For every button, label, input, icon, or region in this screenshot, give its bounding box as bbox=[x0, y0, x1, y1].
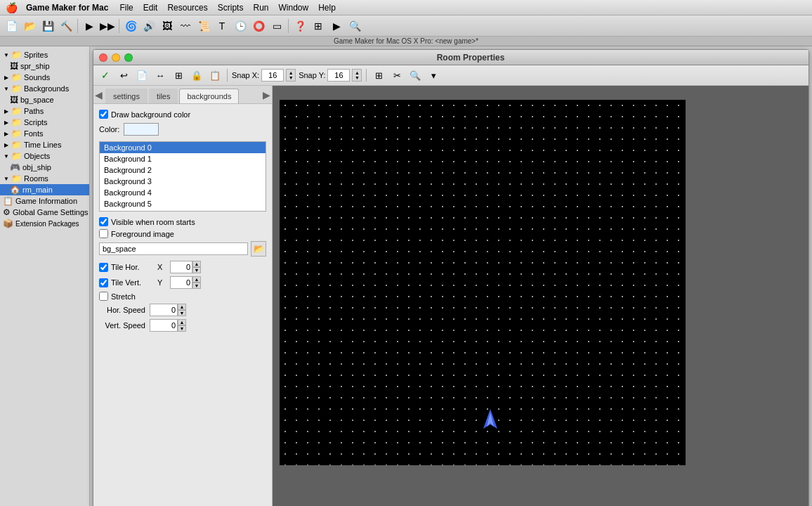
sidebar-item-rm-main[interactable]: 🏠 rm_main bbox=[0, 184, 89, 195]
spin-down[interactable]: ▼ bbox=[192, 267, 201, 273]
tab-nav-left[interactable]: ◀ bbox=[93, 86, 104, 103]
tile-vert-checkbox-label[interactable]: Tile Vert. bbox=[99, 278, 153, 287]
hor-speed-input[interactable] bbox=[150, 304, 178, 316]
spin-up[interactable]: ▲ bbox=[192, 261, 201, 267]
window-close-button[interactable] bbox=[99, 53, 107, 62]
snap-x-input[interactable] bbox=[261, 69, 284, 82]
room-grid-button[interactable]: ⊞ bbox=[171, 67, 186, 83]
draw-bg-checkbox-label[interactable]: Draw background color bbox=[99, 110, 190, 119]
draw-bg-checkbox[interactable] bbox=[99, 110, 108, 119]
tool-play[interactable]: ▶ bbox=[328, 18, 345, 34]
tool-path[interactable]: 〰 bbox=[177, 18, 194, 34]
tool-help[interactable]: ❓ bbox=[292, 18, 308, 34]
tile-hor-checkbox-label[interactable]: Tile Hor. bbox=[99, 263, 153, 272]
tool-run[interactable]: ▶ bbox=[81, 18, 98, 34]
bg-name-input[interactable] bbox=[99, 242, 248, 255]
tile-hor-checkbox[interactable] bbox=[99, 263, 108, 272]
sidebar-item-fonts[interactable]: ▶ 📁 Fonts bbox=[0, 128, 89, 139]
room-undo-button[interactable]: ↩ bbox=[116, 67, 131, 83]
menu-resources[interactable]: Resources bbox=[167, 3, 207, 13]
spin-down[interactable]: ▼ bbox=[178, 325, 186, 332]
sidebar-item-extensions[interactable]: 📦 Extension Packages bbox=[0, 218, 89, 229]
tab-tiles[interactable]: tiles bbox=[149, 89, 178, 103]
view-zoom-button[interactable]: 🔍 bbox=[407, 67, 423, 83]
sidebar-item-global-settings[interactable]: ⚙ Global Game Settings bbox=[0, 207, 89, 218]
bg-browse-button[interactable]: 📂 bbox=[251, 241, 266, 257]
sidebar-item-timelines[interactable]: ▶ 📁 Time Lines bbox=[0, 139, 89, 150]
tool-new[interactable]: 📄 bbox=[3, 18, 20, 34]
tool-build[interactable]: 🔨 bbox=[58, 18, 74, 34]
tool-object[interactable]: ⭕ bbox=[250, 18, 267, 34]
tool-grid[interactable]: ⊞ bbox=[310, 18, 327, 34]
tool-background[interactable]: 🖼 bbox=[159, 18, 176, 34]
app-name[interactable]: Game Maker for Mac bbox=[26, 3, 108, 13]
stretch-checkbox[interactable] bbox=[99, 292, 108, 301]
spin-down[interactable]: ▼ bbox=[178, 310, 186, 316]
sidebar-item-objects[interactable]: ▼ 📁 Objects bbox=[0, 150, 89, 162]
background-list[interactable]: Background 0 Background 1 Background 2 B… bbox=[99, 141, 266, 212]
bg-list-item-1[interactable]: Background 1 bbox=[100, 153, 266, 164]
spin-up[interactable]: ▲ bbox=[178, 304, 186, 310]
menu-file[interactable]: File bbox=[119, 3, 133, 13]
snap-y-input[interactable] bbox=[327, 69, 350, 82]
tile-vert-checkbox[interactable] bbox=[99, 278, 108, 287]
view-grid-button[interactable]: ⊞ bbox=[371, 67, 386, 83]
vert-speed-spinner[interactable]: ▲ ▼ bbox=[178, 319, 186, 332]
bg-list-item-3[interactable]: Background 3 bbox=[100, 176, 266, 187]
tab-settings[interactable]: settings bbox=[105, 89, 148, 103]
sidebar-item-spr-ship[interactable]: 🖼 spr_ship bbox=[0, 60, 89, 72]
tool-save[interactable]: 💾 bbox=[39, 18, 56, 34]
room-canvas[interactable] bbox=[280, 100, 686, 465]
menu-edit[interactable]: Edit bbox=[143, 3, 158, 13]
sidebar-item-paths[interactable]: ▶ 📁 Paths bbox=[0, 105, 89, 117]
room-confirm-button[interactable]: ✓ bbox=[98, 67, 113, 83]
sidebar-item-backgrounds[interactable]: ▼ 📁 Backgrounds bbox=[0, 83, 89, 94]
sidebar-item-rooms[interactable]: ▼ 📁 Rooms bbox=[0, 173, 89, 184]
foreground-checkbox[interactable] bbox=[99, 229, 108, 238]
room-lock-button[interactable]: 🔒 bbox=[189, 67, 204, 83]
bg-list-item-0[interactable]: Background 0 bbox=[100, 142, 266, 153]
color-swatch[interactable] bbox=[124, 123, 159, 136]
bg-list-item-4[interactable]: Background 4 bbox=[100, 187, 266, 198]
foreground-checkbox-label[interactable]: Foreground image bbox=[99, 229, 174, 238]
tool-run-debug[interactable]: ▶▶ bbox=[99, 18, 116, 34]
snap-y-spinner[interactable]: ▲ ▼ bbox=[352, 69, 362, 82]
stretch-checkbox-label[interactable]: Stretch bbox=[99, 292, 136, 301]
sidebar-item-sounds[interactable]: ▶ 📁 Sounds bbox=[0, 72, 89, 83]
sidebar-item-bg-space[interactable]: 🖼 bg_space bbox=[0, 94, 89, 105]
window-maximize-button[interactable] bbox=[124, 53, 133, 62]
tool-script[interactable]: 📜 bbox=[195, 18, 212, 34]
menu-run[interactable]: Run bbox=[253, 3, 268, 13]
sidebar-item-sprites[interactable]: ▼ 📁 Sprites bbox=[0, 49, 89, 60]
sidebar-item-game-info[interactable]: 📋 Game Information bbox=[0, 195, 89, 207]
visible-checkbox[interactable] bbox=[99, 217, 108, 226]
bg-list-item-5[interactable]: Background 5 bbox=[100, 198, 266, 209]
room-export-button[interactable]: 📄 bbox=[134, 67, 150, 83]
tool-sound[interactable]: 🔊 bbox=[140, 18, 157, 34]
sidebar-item-obj-ship[interactable]: 🎮 obj_ship bbox=[0, 162, 89, 173]
spin-up[interactable]: ▲ bbox=[178, 319, 186, 325]
spin-down[interactable]: ▼ bbox=[192, 283, 201, 289]
spin-up[interactable]: ▲ bbox=[192, 276, 201, 283]
tile-hor-x-spinner[interactable]: ▲ ▼ bbox=[192, 261, 201, 273]
apple-menu[interactable]: 🍎 bbox=[6, 2, 18, 13]
tile-hor-x-input[interactable] bbox=[170, 261, 192, 273]
view-cut-button[interactable]: ✂ bbox=[389, 67, 405, 83]
tool-zoom[interactable]: 🔍 bbox=[346, 18, 363, 34]
tool-font[interactable]: T bbox=[214, 18, 230, 34]
tab-nav-right[interactable]: ▶ bbox=[261, 86, 272, 103]
vert-speed-input[interactable] bbox=[150, 319, 178, 332]
sidebar-item-scripts[interactable]: ▶ 📁 Scripts bbox=[0, 117, 89, 128]
visible-checkbox-label[interactable]: Visible when room starts bbox=[99, 217, 195, 226]
tab-backgrounds[interactable]: backgrounds bbox=[179, 89, 239, 103]
tool-sprite[interactable]: 🌀 bbox=[122, 18, 139, 34]
window-minimize-button[interactable] bbox=[112, 53, 120, 62]
tool-open[interactable]: 📂 bbox=[21, 18, 38, 34]
tile-vert-y-spinner[interactable]: ▲ ▼ bbox=[192, 276, 201, 289]
room-copy-button[interactable]: 📋 bbox=[207, 67, 223, 83]
menu-help[interactable]: Help bbox=[318, 3, 336, 13]
room-arrows-button[interactable]: ↔ bbox=[152, 67, 168, 83]
menu-scripts[interactable]: Scripts bbox=[218, 3, 244, 13]
tool-timeline[interactable]: 🕒 bbox=[232, 18, 249, 34]
bg-list-item-2[interactable]: Background 2 bbox=[100, 164, 266, 176]
